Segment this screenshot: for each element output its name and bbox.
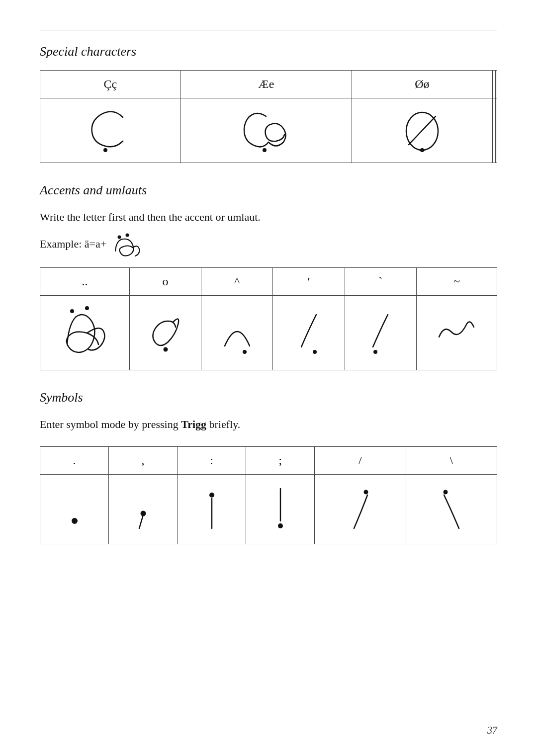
sc-header-1: Çç <box>40 71 181 98</box>
acc-header-4: ′ <box>273 268 345 296</box>
special-characters-table: Çç Æe Øø <box>40 70 497 163</box>
sym-img-1 <box>40 475 109 544</box>
sc-img-3 <box>352 98 493 163</box>
acute-handwritten-icon <box>289 302 329 362</box>
acc-img-3 <box>201 296 273 370</box>
sym-img-3 <box>178 475 246 544</box>
grave-handwritten-icon <box>360 302 400 362</box>
acc-img-1 <box>40 296 130 370</box>
symbols-text-after: briefly. <box>206 418 240 430</box>
svg-point-0 <box>103 148 107 152</box>
symbols-title: Symbols <box>40 390 497 405</box>
symbol-comma-icon <box>128 481 158 536</box>
svg-point-12 <box>373 350 377 354</box>
symbol-semicolon-icon <box>266 481 295 536</box>
accents-umlauts-title: Accents and umlauts <box>40 183 497 198</box>
acc-header-6: ~ <box>416 268 497 296</box>
top-rule <box>40 30 497 30</box>
svg-line-3 <box>409 116 436 145</box>
acc-img-2 <box>129 296 201 370</box>
symbols-header-row: . , : ; / \ <box>40 447 497 475</box>
symbol-colon-icon <box>197 481 227 536</box>
acc-header-1: .. <box>40 268 130 296</box>
symbol-backslash-icon <box>432 481 471 536</box>
svg-point-15 <box>209 493 214 498</box>
svg-point-1 <box>263 148 267 152</box>
sym-header-6: \ <box>406 447 497 475</box>
example-umlaut-icon <box>110 230 145 257</box>
trigg-label: Trigg <box>181 418 206 430</box>
sym-img-5 <box>315 475 406 544</box>
symbols-text-before: Enter symbol mode by pressing <box>40 418 181 430</box>
accents-body-text: Write the letter first and then the acce… <box>40 209 497 225</box>
special-characters-image-row <box>40 98 497 163</box>
accents-umlauts-section: Accents and umlauts Write the letter fir… <box>40 183 497 370</box>
sc-header-6 <box>495 71 497 98</box>
symbols-table: . , : ; / \ <box>40 446 497 544</box>
symbols-image-row <box>40 475 497 544</box>
sym-img-2 <box>109 475 178 544</box>
sym-header-3: : <box>178 447 246 475</box>
special-characters-title: Special characters <box>40 44 497 59</box>
acc-img-5 <box>345 296 416 370</box>
accents-table: .. o ^ ′ ` ~ <box>40 267 497 370</box>
cursive-ae-icon <box>239 102 293 157</box>
svg-point-20 <box>443 490 448 494</box>
example-text: Example: ä=a+ <box>40 238 106 251</box>
umlaut-handwritten-icon <box>60 302 109 362</box>
svg-point-8 <box>85 306 89 310</box>
caret-handwritten-icon <box>217 302 257 362</box>
sym-img-4 <box>246 475 315 544</box>
svg-point-6 <box>126 234 129 237</box>
sc-img-1 <box>40 98 181 163</box>
symbols-section: Symbols Enter symbol mode by pressing Tr… <box>40 390 497 544</box>
svg-point-7 <box>70 309 74 313</box>
special-characters-header-row: Çç Æe Øø <box>40 71 497 98</box>
sym-header-2: , <box>109 447 178 475</box>
sym-header-5: / <box>315 447 406 475</box>
sc-header-3: Øø <box>352 71 493 98</box>
cursive-c-cedilla-icon <box>88 102 133 157</box>
svg-point-18 <box>278 523 283 528</box>
symbol-slash-icon <box>340 481 380 536</box>
svg-point-4 <box>420 148 424 152</box>
sc-img-6 <box>495 98 497 163</box>
sc-img-2 <box>180 98 352 163</box>
ring-handwritten-icon <box>146 302 185 362</box>
acc-header-5: ` <box>345 268 416 296</box>
svg-point-9 <box>163 347 168 351</box>
svg-point-10 <box>243 350 247 354</box>
accents-image-row <box>40 296 497 370</box>
example-line: Example: ä=a+ <box>40 230 497 257</box>
acc-header-3: ^ <box>201 268 273 296</box>
tilde-handwritten-icon <box>434 302 479 362</box>
sym-img-6 <box>406 475 497 544</box>
acc-header-2: o <box>129 268 201 296</box>
sym-header-4: ; <box>246 447 315 475</box>
acc-img-4 <box>273 296 345 370</box>
accents-header-row: .. o ^ ′ ` ~ <box>40 268 497 296</box>
symbol-dot-icon <box>60 481 90 536</box>
special-characters-section: Special characters Çç Æe Øø <box>40 44 497 163</box>
svg-point-19 <box>364 490 368 494</box>
svg-point-5 <box>118 236 121 239</box>
page-number: 37 <box>487 725 497 736</box>
symbols-body-text: Enter symbol mode by pressing Trigg brie… <box>40 416 497 432</box>
svg-point-11 <box>313 350 317 354</box>
sym-header-1: . <box>40 447 109 475</box>
cursive-o-stroke-icon <box>400 102 445 157</box>
svg-point-13 <box>72 518 78 524</box>
acc-img-6 <box>416 296 497 370</box>
sc-header-2: Æe <box>180 71 352 98</box>
